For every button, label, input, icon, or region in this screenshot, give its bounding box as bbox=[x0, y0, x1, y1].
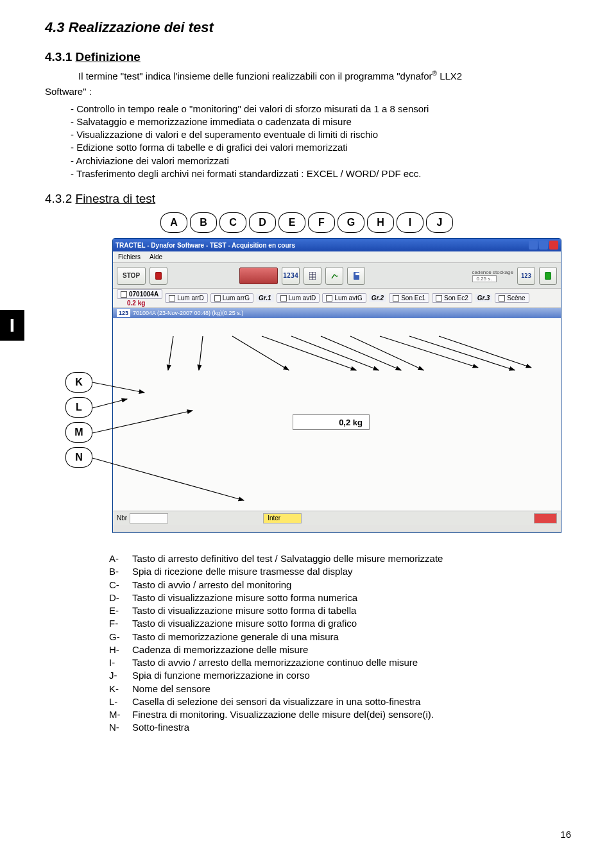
window-controls bbox=[529, 241, 558, 250]
table-icon bbox=[309, 272, 316, 280]
legend-key: I- bbox=[109, 656, 132, 669]
sensor-checkbox[interactable] bbox=[121, 291, 127, 298]
callout-row: A B C D E F G H I J bbox=[160, 212, 571, 233]
legend-text: Tasto di memorizzazione generale di una … bbox=[132, 631, 339, 643]
status-inter-field: Inter bbox=[263, 513, 302, 523]
numeric-view-button[interactable]: 1234 bbox=[282, 267, 300, 285]
col-lum-arrg[interactable]: Lum arrG bbox=[210, 293, 253, 303]
col-label: Lum avtD bbox=[289, 294, 316, 302]
callout-n: N bbox=[65, 447, 92, 468]
monitoring-toggle-button[interactable] bbox=[239, 268, 278, 284]
cadence-value[interactable]: 0.25 s. bbox=[472, 275, 497, 282]
col-lum-avtd[interactable]: Lum avtD bbox=[277, 293, 320, 303]
status-alert-field bbox=[534, 513, 557, 523]
legend-row: N-Sotto-finestra bbox=[109, 721, 571, 734]
legend-row: I-Tasto di avvio / arresto della memoriz… bbox=[109, 656, 571, 669]
subsection-4-3-1: 4.3.1 Definizione bbox=[45, 50, 571, 64]
legend-key: J- bbox=[109, 669, 132, 682]
chart-view-button[interactable] bbox=[325, 267, 343, 285]
callout-col: K L M N bbox=[65, 372, 92, 468]
registered-mark: ® bbox=[432, 70, 437, 77]
statusbar: Nbr Inter bbox=[113, 511, 561, 525]
list-item: Edizione sotto forma di tabelle e di gra… bbox=[71, 141, 571, 154]
checkbox[interactable] bbox=[326, 295, 332, 302]
intro-paragraph: Il termine "test" indica l'insieme delle… bbox=[45, 69, 571, 83]
callout-h: H bbox=[367, 212, 394, 233]
checkbox[interactable] bbox=[393, 295, 399, 302]
legend-text: Tasto di visualizzazione misure sotto fo… bbox=[132, 617, 357, 630]
callout-l: L bbox=[65, 397, 92, 418]
intro-text-1: Il termine "test" indica l'insieme delle… bbox=[78, 71, 432, 81]
col-lum-arrd[interactable]: Lum arrD bbox=[165, 293, 208, 303]
menu-fichiers[interactable]: Fichiers bbox=[118, 253, 141, 260]
list-item: Controllo in tempo reale o "monitoring" … bbox=[71, 103, 571, 115]
monitor-num-badge: 123 bbox=[117, 309, 130, 317]
table-view-button[interactable] bbox=[304, 267, 321, 285]
callout-f: F bbox=[308, 212, 335, 233]
legend-row: H-Cadenza di memorizzazione delle misure bbox=[109, 643, 571, 656]
legend-row: A-Tasto di arresto definitivo del test /… bbox=[109, 552, 571, 565]
col-label: Scène bbox=[507, 294, 525, 302]
callout-b: B bbox=[190, 212, 217, 233]
sub-window-canvas: 0,2 kg bbox=[113, 318, 561, 511]
red-led-icon bbox=[155, 272, 162, 280]
intro-line2: Software" : bbox=[45, 85, 571, 98]
subsection-title: Definizione bbox=[76, 50, 141, 64]
subsection-title: Finestra di test bbox=[76, 192, 156, 205]
menu-aide[interactable]: Aide bbox=[150, 253, 162, 260]
legend-row: F-Tasto di visualizzazione misure sotto … bbox=[109, 617, 571, 630]
legend-text: Finestra di monitoring. Visualizzazione … bbox=[132, 708, 434, 721]
callout-j: J bbox=[426, 212, 453, 233]
col-label: Lum arrG bbox=[223, 294, 250, 302]
col-lum-avtg[interactable]: Lum avtG bbox=[322, 293, 366, 303]
legend-row: J-Spia di funzione memorizzazione in cor… bbox=[109, 669, 571, 682]
window-title: TRACTEL - Dynafor Software - TEST - Acqu… bbox=[116, 242, 295, 249]
rx-indicator-button[interactable] bbox=[150, 267, 167, 285]
stop-button[interactable]: STOP bbox=[117, 267, 146, 285]
close-button[interactable] bbox=[549, 241, 558, 250]
record-indicator bbox=[539, 267, 557, 285]
col-scene[interactable]: Scène bbox=[495, 293, 529, 303]
subsection-num: 4.3.1 bbox=[45, 50, 76, 64]
checkbox[interactable] bbox=[214, 295, 221, 302]
minimize-button[interactable] bbox=[529, 241, 538, 250]
checkbox[interactable] bbox=[169, 295, 175, 302]
callout-i: I bbox=[397, 212, 424, 233]
green-led-icon bbox=[545, 272, 551, 280]
list-item: Visualizzazione di valori e del superame… bbox=[71, 128, 571, 141]
legend-text: Tasto di avvio / arresto del monitoring bbox=[132, 579, 291, 591]
legend-text: Spia di funzione memorizzazione in corso bbox=[132, 669, 310, 682]
record-toggle-button[interactable]: 123 bbox=[517, 267, 535, 285]
group-2: Gr.2 bbox=[369, 294, 386, 302]
checkbox[interactable] bbox=[280, 295, 287, 302]
window-titlebar: TRACTEL - Dynafor Software - TEST - Acqu… bbox=[113, 239, 561, 251]
checkbox[interactable] bbox=[499, 295, 505, 302]
legend-key: D- bbox=[109, 591, 132, 604]
legend-text: Tasto di arresto definitivo del test / S… bbox=[132, 552, 443, 565]
callout-m: M bbox=[65, 422, 92, 443]
app-window: TRACTEL - Dynafor Software - TEST - Acqu… bbox=[112, 238, 561, 533]
col-label: Lum arrD bbox=[177, 294, 204, 302]
legend-row: G-Tasto di memorizzazione generale di un… bbox=[109, 631, 571, 643]
maximize-button[interactable] bbox=[539, 241, 548, 250]
col-son-ec1[interactable]: Son Ec1 bbox=[389, 293, 429, 303]
legend-text: Sotto-finestra bbox=[132, 721, 189, 734]
col-son-ec2[interactable]: Son Ec2 bbox=[432, 293, 472, 303]
legend-key: B- bbox=[109, 565, 132, 578]
live-reading: 0,2 kg bbox=[293, 414, 370, 430]
store-measure-button[interactable] bbox=[347, 267, 365, 285]
intro-text-1b: LLX2 bbox=[437, 71, 462, 81]
sensor-header-row: 0701004A 0.2 kg Lum arrD Lum arrG Gr.1 L… bbox=[113, 289, 561, 308]
page-number: 16 bbox=[560, 829, 571, 840]
legend-row: M-Finestra di monitoring. Visualizzazion… bbox=[109, 708, 571, 721]
language-tab: I bbox=[0, 310, 24, 341]
legend-text: Casella di selezione dei sensori da visu… bbox=[132, 695, 420, 708]
legend-key: G- bbox=[109, 631, 132, 643]
subsection-4-3-2: 4.3.2 Finestra di test bbox=[45, 192, 571, 206]
digits-icon: 1234 bbox=[283, 272, 298, 279]
subsection-num: 4.3.2 bbox=[45, 192, 76, 205]
legend-key: E- bbox=[109, 604, 132, 617]
legend-key: N- bbox=[109, 721, 132, 734]
checkbox[interactable] bbox=[436, 295, 442, 302]
legend-row: C-Tasto di avvio / arresto del monitorin… bbox=[109, 579, 571, 591]
